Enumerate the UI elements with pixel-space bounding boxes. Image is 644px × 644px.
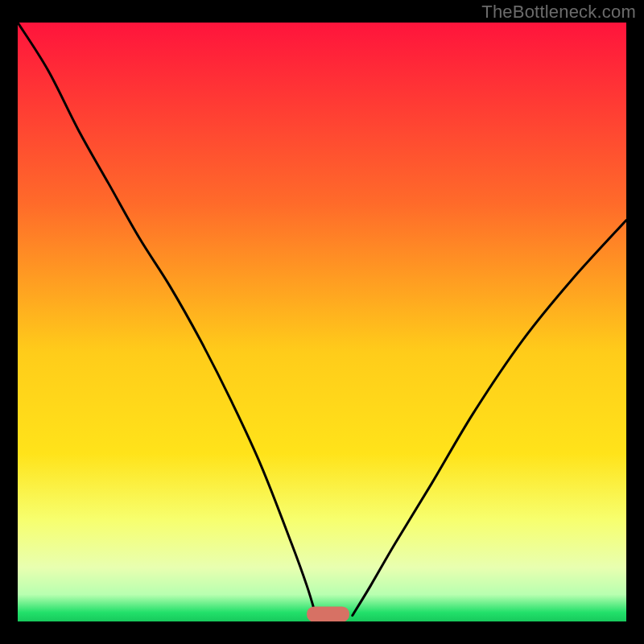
watermark-label: TheBottleneck.com xyxy=(481,2,636,23)
chart-svg xyxy=(18,23,626,621)
chart-frame: TheBottleneck.com xyxy=(0,0,644,644)
gradient-background xyxy=(18,23,626,621)
plot-area xyxy=(18,23,626,621)
bottleneck-marker xyxy=(307,606,349,621)
